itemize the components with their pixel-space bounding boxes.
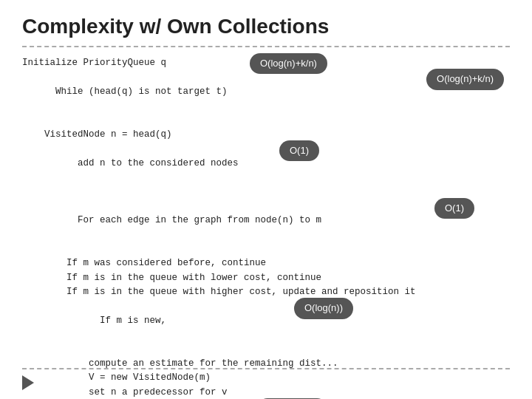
code-line-2: While (head(q) is not target t) O(log(n)… xyxy=(22,70,510,128)
top-divider xyxy=(22,46,510,47)
bubble-1: O(log(n)+k/n) xyxy=(250,53,327,74)
code-area: O(log(n)+k/n) Initialize PriorityQueue q… xyxy=(22,56,510,399)
code-line-7: If m is in the queue with lower cost, co… xyxy=(22,271,510,285)
slide-title: Complexity w/ Own Collections xyxy=(22,15,510,38)
bubble-5: O(log(n)) xyxy=(294,298,353,318)
play-triangle-icon xyxy=(22,375,34,390)
code-line-11: V = new VisitedNode(m) xyxy=(22,371,510,385)
code-line-9: If m is new, O(log(n)) xyxy=(22,299,510,357)
bubble-4: O(1) xyxy=(434,198,474,219)
bottom-divider xyxy=(22,368,510,369)
code-line-5: For each edge in the graph from node(n) … xyxy=(22,200,510,257)
bubble-3: O(1) xyxy=(279,140,319,161)
code-line-4: add n to the considered nodes O(1) xyxy=(22,142,510,200)
code-line-6: If m was considered before, continue xyxy=(22,256,510,270)
code-line-3: VisitedNode n = head(q) xyxy=(22,128,510,142)
bubble-2: O(log(n)+k/n) xyxy=(426,69,504,89)
code-line-12: set n a predecessor for v xyxy=(22,386,510,399)
slide: Complexity w/ Own Collections O(log(n)+k… xyxy=(0,0,532,399)
code-line-8: If m is in the queue with higher cost, u… xyxy=(22,285,510,299)
